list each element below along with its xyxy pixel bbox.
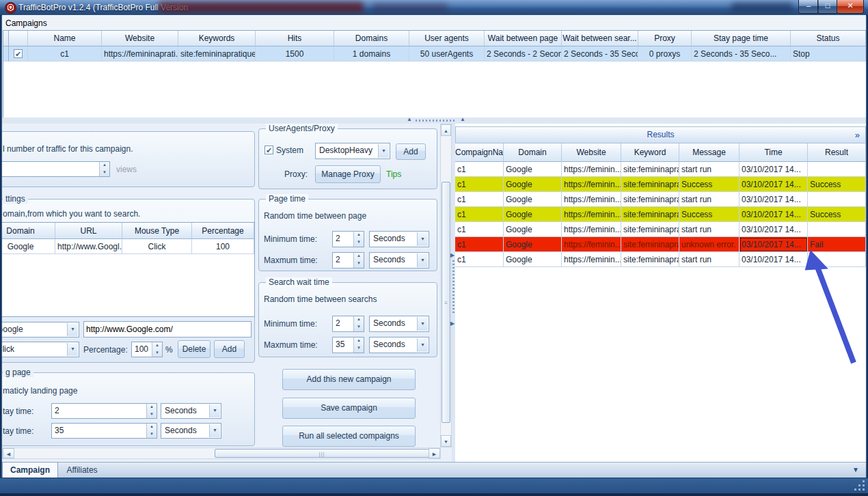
domains-col-mousetype[interactable]: Mouse Type <box>122 223 192 239</box>
add-url-button[interactable]: Add <box>214 340 245 358</box>
result-row[interactable]: c1 Google https://feminin... site:femini… <box>455 192 866 207</box>
spinner-arrows-icon[interactable]: ▲▼ <box>353 253 364 268</box>
percentage-spinner[interactable]: 100 ▲▼ <box>131 342 163 357</box>
traffic-views-spinner[interactable]: ▲▼ <box>2 161 110 177</box>
delete-button[interactable]: Delete <box>178 340 211 358</box>
chevron-down-icon[interactable]: ▼ <box>417 317 428 331</box>
search-min-unit-select[interactable]: Seconds ▼ <box>369 316 429 332</box>
manage-proxy-button[interactable]: Manage Proxy <box>315 165 381 183</box>
tips-link[interactable]: Tips <box>386 169 401 179</box>
chevron-down-icon[interactable]: ▼ <box>209 424 220 437</box>
spinner-arrows-icon[interactable]: ▲▼ <box>152 342 162 357</box>
max-stay-spinner[interactable]: 35 ▲▼ <box>51 423 157 439</box>
column-header-website[interactable]: Website <box>102 31 178 46</box>
column-header-domains[interactable]: Domains <box>334 31 409 46</box>
spinner-arrows-icon[interactable]: ▲▼ <box>353 232 364 247</box>
search-max-unit-select[interactable]: Seconds ▼ <box>369 337 429 353</box>
horizontal-splitter[interactable]: ▲ ▲ <box>2 118 866 124</box>
app-window: TrafficBotPro v1.2.4 (TrafficBotPro Full… <box>0 0 868 496</box>
tab-campaign[interactable]: Campaign <box>2 462 58 478</box>
spinner-arrows-icon[interactable]: ▲▼ <box>146 424 157 438</box>
chevron-down-icon[interactable]: ▼ <box>209 404 220 417</box>
minimize-button[interactable]: – <box>798 0 819 14</box>
add-campaign-button[interactable]: Add this new campaign <box>282 369 416 390</box>
chevron-down-icon[interactable]: ▼ <box>67 323 78 336</box>
spinner-arrows-icon[interactable]: ▲▼ <box>99 162 109 176</box>
chevron-down-icon[interactable]: ▼ <box>417 232 428 246</box>
campaign-row[interactable]: ✔ c1 https://femininaprati... site:femin… <box>3 46 866 61</box>
column-header-stay-time[interactable]: Stay page time <box>692 31 791 46</box>
domains-col-domain[interactable]: Domain <box>2 223 55 239</box>
search-min-spinner[interactable]: 2 ▲▼ <box>332 316 364 332</box>
url-input[interactable] <box>84 322 251 337</box>
scroll-left-icon[interactable]: ◀ <box>3 448 14 458</box>
column-header-user-agents[interactable]: User agents <box>409 31 485 46</box>
chevron-down-icon[interactable]: ▼ <box>417 253 428 267</box>
column-header-keywords[interactable]: Keywords <box>178 31 256 46</box>
resize-grip-icon[interactable] <box>863 488 865 491</box>
result-row[interactable]: c1 Google https://feminin... site:femini… <box>455 177 866 192</box>
scroll-right-icon[interactable]: ▶ <box>429 448 440 458</box>
domains-col-url[interactable]: URL <box>55 223 122 239</box>
maximize-button[interactable]: □ <box>817 0 838 14</box>
mousetype-select[interactable]: Click ▼ <box>2 342 79 357</box>
chevron-down-icon[interactable]: ▼ <box>378 144 389 158</box>
vertical-scrollbar[interactable]: ▲ ≡ ▼ <box>440 124 452 447</box>
chevron-down-icon[interactable]: ▼ <box>852 466 859 473</box>
column-header-wait-page[interactable]: Wait between page <box>485 31 562 46</box>
vertical-scroll-thumb[interactable]: ≡ <box>442 182 450 423</box>
spinner-arrows-icon[interactable]: ▲▼ <box>146 404 157 418</box>
domain-select[interactable]: Google ▼ <box>2 322 79 337</box>
chevron-down-icon[interactable]: ▼ <box>417 338 428 352</box>
domain-row[interactable]: Google http://www.Googl... Click 100 <box>2 239 254 254</box>
scroll-up-icon[interactable]: ▲ <box>441 124 451 136</box>
column-header-hits[interactable]: Hits <box>256 31 334 46</box>
result-row[interactable]: c1 Google https://feminin... site:femini… <box>455 207 866 222</box>
campaign-proxy-cell: 0 proxys <box>638 46 692 61</box>
column-header-wait-search[interactable]: Wait between sear... <box>562 31 638 46</box>
page-max-spinner[interactable]: 2 ▲▼ <box>332 252 364 268</box>
splitter-collapse-icon[interactable]: ▶ <box>450 320 455 327</box>
search-max-spinner[interactable]: 35 ▲▼ <box>332 337 364 353</box>
min-stay-unit-select[interactable]: Seconds ▼ <box>161 403 221 419</box>
add-useragent-button[interactable]: Add <box>396 143 426 160</box>
save-campaign-button[interactable]: Save campaign <box>282 398 416 419</box>
results-col-website[interactable]: Website <box>562 143 621 162</box>
results-col-message[interactable]: Message <box>679 143 740 162</box>
useragent-select[interactable]: DesktopHeavy ▼ <box>315 143 390 159</box>
splitter-collapse-icon[interactable]: ▶ <box>450 252 455 258</box>
collapse-panel-icon[interactable]: » <box>855 127 860 143</box>
page-min-unit-select[interactable]: Seconds ▼ <box>369 231 429 247</box>
chevron-down-icon[interactable]: ▼ <box>67 343 78 356</box>
spinner-arrows-icon[interactable]: ▲▼ <box>353 316 364 331</box>
search-settings-caption: omain,from which you want to search. <box>3 209 140 219</box>
results-col-campaign[interactable]: CompaignNa... <box>455 143 504 162</box>
domains-col-percentage[interactable]: Percentage <box>192 223 254 239</box>
results-col-domain[interactable]: Domain <box>504 143 562 162</box>
tab-affiliates[interactable]: Affiliates <box>58 463 106 478</box>
splitter-collapse-icon[interactable]: ▲ <box>407 116 412 122</box>
system-checkbox[interactable]: ✔ <box>265 146 273 154</box>
column-header-status[interactable]: Status <box>791 31 866 46</box>
page-min-spinner[interactable]: 2 ▲▼ <box>332 231 364 247</box>
results-col-keyword[interactable]: Keyword <box>621 143 679 162</box>
scroll-down-icon[interactable]: ▼ <box>441 435 451 447</box>
spinner-arrows-icon[interactable]: ▲▼ <box>353 337 364 353</box>
min-stay-spinner[interactable]: 2 ▲▼ <box>51 403 157 419</box>
result-row[interactable]: c1 Google https://feminin... site:femini… <box>455 162 866 177</box>
result-row[interactable]: c1 Google https://feminin... site:femini… <box>455 222 866 237</box>
results-col-time[interactable]: Time <box>740 143 808 162</box>
max-stay-unit-select[interactable]: Seconds ▼ <box>161 423 221 439</box>
close-button[interactable]: ✕ <box>837 0 864 14</box>
column-header-checkbox[interactable] <box>9 31 28 46</box>
run-all-button[interactable]: Run all selected compaigns <box>282 426 416 447</box>
horizontal-scroll-thumb[interactable]: ||| <box>215 449 429 458</box>
column-header-name[interactable]: Name <box>28 31 102 46</box>
page-max-unit-select[interactable]: Seconds ▼ <box>369 252 429 268</box>
campaign-checkbox[interactable]: ✔ <box>14 49 23 58</box>
column-header-proxy[interactable]: Proxy <box>638 31 692 46</box>
splitter-collapse-icon[interactable]: ▲ <box>460 116 465 122</box>
horizontal-scrollbar[interactable]: ◀ ||| ▶ <box>2 447 441 459</box>
page-time-caption: Random time between page <box>264 211 366 221</box>
results-col-result[interactable]: Result <box>808 143 866 162</box>
